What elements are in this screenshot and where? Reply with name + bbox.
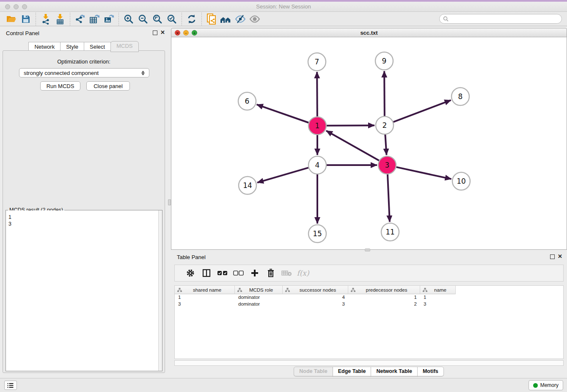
zoom-out-icon[interactable] [136, 13, 150, 25]
column-header-name[interactable]: name [420, 286, 456, 294]
zoom-fit-icon[interactable] [150, 13, 165, 25]
table-cell[interactable]: dominator [235, 301, 283, 308]
graph-node-4[interactable]: 4 [308, 156, 326, 174]
table-toolbar: f(x) [174, 265, 564, 282]
graph-node-9[interactable]: 9 [375, 52, 393, 70]
import-table-icon[interactable] [53, 13, 67, 25]
table-horizontal-scrollbar[interactable] [174, 360, 564, 366]
graph-node-3[interactable]: 3 [378, 156, 396, 174]
column-header-successor-nodes[interactable]: successor nodes [283, 286, 348, 294]
edge-1-2[interactable] [327, 125, 374, 126]
memory-status-icon [533, 383, 538, 388]
table-cell[interactable]: 1 [348, 294, 420, 301]
task-history-button[interactable] [4, 381, 17, 390]
node-table[interactable]: shared nameMCDS rolesuccessor nodesprede… [174, 285, 564, 359]
delete-column-icon[interactable] [263, 266, 279, 280]
column-header-shared-name[interactable]: shared name [175, 286, 235, 294]
optimization-criterion-dropdown[interactable]: strongly connected component [19, 68, 149, 77]
table-cell[interactable]: 3 [283, 301, 348, 308]
network-window-titlebar[interactable]: ✕ − + scc.txt [171, 28, 567, 37]
column-layout-icon[interactable] [198, 266, 215, 280]
edge-3-1[interactable] [326, 131, 379, 160]
svg-text:4: 4 [315, 161, 320, 169]
export-image-icon[interactable] [102, 13, 116, 25]
tab-motifs[interactable]: Motifs [417, 367, 444, 376]
edge-3-10[interactable] [396, 167, 451, 179]
tab-node-table[interactable]: Node Table [294, 367, 333, 376]
table-cell[interactable]: 3 [175, 301, 235, 308]
svg-text:9: 9 [382, 57, 387, 65]
toolbar-search[interactable] [439, 14, 562, 24]
optimization-criterion-label: Optimization criterion: [3, 58, 165, 65]
graph-node-14[interactable]: 14 [239, 177, 256, 194]
mcds-result-scrollbar[interactable] [158, 210, 162, 371]
table-cell[interactable]: 2 [348, 301, 420, 308]
tab-mcds[interactable]: MCDS [110, 41, 138, 52]
network-canvas[interactable]: 7968124314101511 [171, 37, 567, 250]
table-panel-float-icon[interactable] [550, 254, 555, 259]
import-network-icon[interactable] [39, 13, 53, 25]
add-column-icon[interactable] [247, 266, 263, 280]
window-title: Session: New Session [0, 3, 567, 10]
table-cell[interactable]: dominator [235, 294, 283, 301]
table-row[interactable]: 3dominator323 [175, 301, 563, 308]
network-splitter-grip[interactable] [365, 248, 370, 251]
duplicate-network-icon[interactable] [204, 13, 219, 25]
svg-text:10: 10 [457, 177, 466, 185]
node-table-header-row: shared nameMCDS rolesuccessor nodesprede… [175, 286, 563, 294]
graph-node-1[interactable]: 1 [308, 117, 326, 135]
node-table-body: 1dominator4113dominator323 [175, 294, 563, 308]
toolbar-separator [36, 13, 36, 25]
edge-4-14[interactable] [257, 168, 308, 182]
table-cell[interactable]: 1 [420, 294, 456, 301]
open-session-icon[interactable] [4, 13, 19, 25]
edge-2-9[interactable] [384, 71, 385, 116]
table-row[interactable]: 1dominator411 [175, 294, 563, 301]
zoom-selected-icon[interactable] [165, 13, 179, 25]
column-header-predecessor-nodes[interactable]: predecessor nodes [348, 286, 420, 294]
export-table-icon[interactable] [87, 13, 102, 25]
delete-table-icon[interactable] [279, 266, 295, 280]
table-cell[interactable]: 4 [283, 294, 348, 301]
table-panel-header: Table Panel ✕ [171, 252, 567, 262]
table-panel-close-icon[interactable]: ✕ [558, 253, 562, 259]
graph-node-8[interactable]: 8 [451, 88, 469, 105]
table-settings-icon[interactable] [182, 266, 198, 280]
graph-node-2[interactable]: 2 [376, 116, 394, 134]
tab-network-table[interactable]: Network Table [371, 367, 418, 376]
control-panel-float-icon[interactable] [153, 30, 157, 35]
run-mcds-button[interactable]: Run MCDS [40, 81, 80, 91]
save-session-icon[interactable] [19, 13, 33, 25]
mcds-result-list[interactable]: 13 [6, 210, 158, 371]
svg-text:3: 3 [385, 161, 390, 169]
close-panel-button[interactable]: Close panel [86, 81, 130, 91]
graph-node-15[interactable]: 15 [308, 225, 326, 243]
export-network-icon[interactable] [73, 13, 87, 25]
refresh-layout-icon[interactable] [184, 13, 199, 25]
zoom-in-icon[interactable] [121, 13, 136, 25]
graph-node-7[interactable]: 7 [308, 53, 326, 71]
table-cell[interactable]: 3 [420, 301, 456, 308]
edge-2-3[interactable] [385, 135, 386, 155]
panel-splitter-grip[interactable] [168, 199, 171, 205]
memory-button[interactable]: Memory [528, 380, 563, 390]
column-header-MCDS-role[interactable]: MCDS role [235, 286, 283, 294]
search-input[interactable] [449, 16, 558, 22]
function-builder-icon[interactable]: f(x) [295, 266, 311, 280]
first-neighbors-icon[interactable] [219, 13, 233, 25]
graph-node-10[interactable]: 10 [452, 172, 470, 190]
edge-2-8[interactable] [394, 100, 451, 122]
edge-1-7[interactable] [317, 72, 317, 116]
graph-node-11[interactable]: 11 [381, 223, 399, 241]
edge-1-6[interactable] [257, 105, 309, 123]
graph-node-6[interactable]: 6 [238, 92, 256, 110]
unselect-all-columns-icon[interactable] [231, 266, 247, 280]
select-all-columns-icon[interactable] [215, 266, 231, 280]
edge-3-11[interactable] [388, 174, 390, 222]
application-window: Session: New Session [0, 0, 567, 392]
tab-edge-table[interactable]: Edge Table [333, 367, 372, 376]
hide-selected-icon[interactable] [233, 13, 248, 25]
show-all-icon[interactable] [248, 13, 262, 25]
table-cell[interactable]: 1 [175, 294, 235, 301]
control-panel-close-icon[interactable]: ✕ [160, 29, 165, 36]
